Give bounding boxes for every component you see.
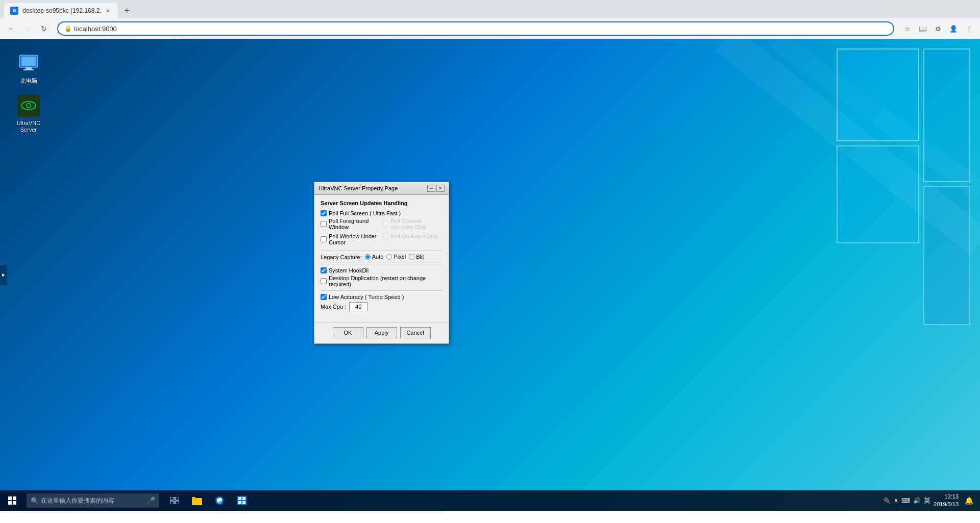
svg-rect-7 bbox=[21, 57, 36, 66]
desktop-icon-ultravnc[interactable]: UltraVNCServer bbox=[10, 91, 47, 135]
taskbar-right: 🔌 ∧ ⌨ 🔊 英 13:13 2019/3/13 🔔 bbox=[883, 493, 980, 509]
keyboard-icon[interactable]: ⌨ bbox=[901, 497, 910, 504]
poll-event-label: Poll On Event Only bbox=[391, 233, 438, 239]
poll-full-screen-checkbox[interactable] bbox=[321, 210, 327, 216]
file-explorer-button[interactable] bbox=[186, 490, 208, 511]
col-right-1: Poll Console Windows Only bbox=[383, 218, 443, 232]
poll-console-checkbox[interactable] bbox=[383, 221, 389, 227]
tab-title: desktop-so95pkc (192.168.2. bbox=[22, 7, 102, 14]
tab-bar: 🖥 desktop-so95pkc (192.168.2. ✕ + bbox=[0, 0, 980, 18]
desktop: 此电脑 UltraVNCServer ► UltraVNC Server Pro… bbox=[0, 39, 980, 511]
dialog-minimize-button[interactable]: ─ bbox=[427, 185, 435, 192]
notification-center-button[interactable]: 🔔 bbox=[962, 493, 976, 508]
legacy-blit-radio[interactable] bbox=[409, 254, 414, 260]
svg-rect-14 bbox=[8, 496, 12, 500]
poll-event-row: Poll On Event Only bbox=[383, 233, 443, 239]
svg-point-13 bbox=[27, 104, 30, 107]
system-hookdll-row: System HookDll bbox=[321, 267, 443, 273]
svg-rect-8 bbox=[26, 67, 32, 69]
dialog-content: Server Screen Updates Handling Poll Full… bbox=[314, 195, 449, 319]
legacy-pixel-label: Pixel bbox=[394, 254, 406, 260]
col-left-1: Poll Foreground Window bbox=[321, 218, 381, 232]
system-hookdll-checkbox[interactable] bbox=[321, 267, 327, 273]
store-button[interactable] bbox=[231, 490, 253, 511]
windows-background bbox=[623, 39, 980, 396]
cancel-button[interactable]: Cancel bbox=[400, 327, 431, 338]
task-view-button[interactable] bbox=[163, 490, 186, 511]
lock-icon: 🔒 bbox=[64, 25, 72, 32]
back-button[interactable]: ← bbox=[4, 21, 18, 36]
poll-row-group-1: Poll Foreground Window Poll Console Wind… bbox=[321, 218, 443, 232]
svg-rect-20 bbox=[170, 501, 174, 504]
ok-button[interactable]: OK bbox=[333, 327, 363, 338]
browser-chrome: 🖥 desktop-so95pkc (192.168.2. ✕ + ← → ↻ … bbox=[0, 0, 980, 39]
new-tab-button[interactable]: + bbox=[120, 4, 134, 18]
apply-button[interactable]: Apply bbox=[366, 327, 397, 338]
browser-tab[interactable]: 🖥 desktop-so95pkc (192.168.2. ✕ bbox=[4, 3, 118, 18]
svg-rect-19 bbox=[175, 497, 179, 500]
start-button[interactable] bbox=[0, 490, 24, 511]
navigation-bar: ← → ↻ 🔒 ☆ 📖 ⚙ 👤 ⋮ bbox=[0, 18, 980, 39]
separator-2 bbox=[321, 264, 443, 264]
dialog-buttons: OK Apply Cancel bbox=[314, 322, 449, 343]
legacy-capture-row: Legacy Capture: Auto Pixel Blit bbox=[321, 254, 443, 261]
poll-cursor-row: Poll Window Under Cursor bbox=[321, 233, 381, 245]
refresh-button[interactable]: ↻ bbox=[37, 21, 51, 36]
desktop-icon-this-pc[interactable]: 此电脑 bbox=[10, 49, 47, 86]
dialog-close-button[interactable]: ✕ bbox=[436, 185, 445, 192]
clock-date: 2019/3/13 bbox=[934, 501, 959, 508]
svg-rect-16 bbox=[8, 501, 12, 505]
ultravnc-icon bbox=[16, 93, 41, 118]
bookmark-star-icon[interactable]: ☆ bbox=[900, 21, 915, 36]
side-arrow-button[interactable]: ► bbox=[0, 265, 7, 285]
legacy-capture-label: Legacy Capture: bbox=[321, 254, 362, 260]
max-cpu-input[interactable] bbox=[349, 302, 368, 311]
separator-1 bbox=[321, 250, 443, 251]
svg-rect-21 bbox=[175, 501, 179, 504]
desktop-dup-checkbox[interactable] bbox=[321, 278, 327, 284]
legacy-auto-radio[interactable] bbox=[365, 254, 371, 260]
browser-toolbar-right: ☆ 📖 ⚙ 👤 ⋮ bbox=[900, 21, 976, 36]
legacy-blit-radio-row: Blit bbox=[409, 254, 424, 260]
legacy-auto-label: Auto bbox=[372, 254, 384, 260]
desktop-dup-row: Desktop Duplication (restart on change r… bbox=[321, 275, 443, 287]
lang-indicator[interactable]: 英 bbox=[924, 496, 930, 505]
network-icon[interactable]: 🔌 bbox=[883, 497, 891, 504]
chevron-up-icon[interactable]: ∧ bbox=[894, 497, 898, 504]
max-cpu-row: Max Cpu : bbox=[321, 302, 443, 311]
svg-rect-27 bbox=[238, 497, 241, 500]
poll-event-checkbox[interactable] bbox=[383, 233, 389, 239]
legacy-pixel-radio-row: Pixel bbox=[386, 254, 406, 260]
address-bar-container: 🔒 bbox=[57, 21, 894, 36]
this-pc-icon bbox=[16, 51, 41, 76]
search-input[interactable] bbox=[41, 497, 146, 504]
dialog-titlebar[interactable]: UltraVNC Server Property Page ─ ✕ bbox=[314, 182, 449, 195]
search-box[interactable]: 🔍 🎤 bbox=[27, 493, 159, 508]
col-left-2: Poll Window Under Cursor bbox=[321, 233, 381, 247]
poll-foreground-checkbox[interactable] bbox=[321, 221, 327, 227]
extensions-icon[interactable]: ⚙ bbox=[931, 21, 945, 36]
svg-rect-17 bbox=[13, 501, 16, 505]
section-title: Server Screen Updates Handling bbox=[321, 200, 443, 206]
legacy-pixel-radio[interactable] bbox=[386, 254, 392, 260]
poll-cursor-label: Poll Window Under Cursor bbox=[329, 233, 381, 245]
legacy-auto-radio-row: Auto bbox=[365, 254, 384, 260]
forward-button[interactable]: → bbox=[20, 21, 35, 36]
low-accuracy-checkbox[interactable] bbox=[321, 294, 327, 300]
poll-console-row: Poll Console Windows Only bbox=[383, 218, 443, 230]
clock-display[interactable]: 13:13 2019/3/13 bbox=[934, 493, 959, 509]
settings-icon[interactable]: ⋮ bbox=[962, 21, 976, 36]
tab-favicon: 🖥 bbox=[10, 7, 18, 15]
volume-icon[interactable]: 🔊 bbox=[913, 497, 921, 504]
dialog-title: UltraVNC Server Property Page bbox=[318, 185, 398, 191]
svg-rect-24 bbox=[192, 497, 195, 499]
address-input[interactable] bbox=[74, 25, 887, 33]
edge-browser-button[interactable] bbox=[208, 490, 231, 511]
reading-list-icon[interactable]: 📖 bbox=[916, 21, 930, 36]
search-icon: 🔍 bbox=[31, 497, 39, 505]
tab-close-button[interactable]: ✕ bbox=[104, 7, 112, 15]
low-accuracy-section: Low Accuracy ( Turbo Speed ) Max Cpu : bbox=[321, 294, 443, 311]
poll-cursor-checkbox[interactable] bbox=[321, 236, 327, 242]
hooks-section: System HookDll Desktop Duplication (rest… bbox=[321, 267, 443, 287]
user-icon[interactable]: 👤 bbox=[946, 21, 961, 36]
